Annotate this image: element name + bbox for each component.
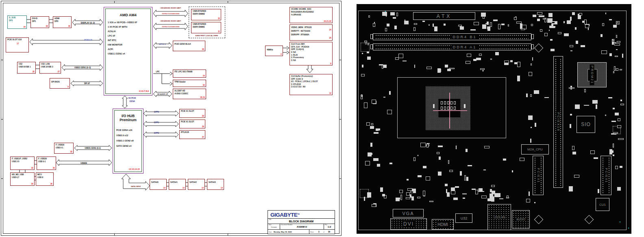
pcb-component <box>402 61 407 61</box>
pcb-component <box>481 13 486 17</box>
pcb-component <box>490 189 492 192</box>
rev-cell: Rev 1.0 <box>324 224 335 229</box>
pcb-component <box>405 20 405 24</box>
pcb-component <box>609 19 612 20</box>
pcb-component <box>558 32 561 34</box>
pcb-component <box>479 54 482 56</box>
pcb-component <box>467 54 471 57</box>
pcb-component <box>453 198 458 200</box>
pcb-component <box>570 124 571 128</box>
pcb-layout-view: ATX DDR4 B1 DDR4 A1 PROM21 SIO M2A_CPU P… <box>357 4 631 234</box>
pcb-component <box>364 41 367 42</box>
pcb-component <box>605 13 606 14</box>
zone-tick <box>1 60 3 60</box>
pcb-component <box>531 24 533 26</box>
pcb-component <box>585 24 589 28</box>
pcb-component <box>616 68 618 71</box>
block-f-usb30-top: F_USB30 USB 0-1 35 <box>54 143 74 154</box>
pcb-component <box>600 34 603 37</box>
block-pcie-slot-x16: PCIE SLOT X16 17 <box>6 37 29 52</box>
pcb-component <box>438 172 442 176</box>
capacitor <box>441 107 443 110</box>
pcb-component <box>572 146 574 150</box>
block-rtl8118: RTL8118 27 <box>179 130 205 139</box>
block-d-sub: D_SUB DP2 34 <box>7 15 27 29</box>
pcb-component <box>464 175 466 180</box>
block-sata0: SATA#0 14 <box>150 179 167 190</box>
block-hdmi: HDMI DP0 33 <box>53 16 72 28</box>
ddr4-first-logical-dimm-note: DDR4 FIRST LOGICAL DIMM <box>189 35 224 37</box>
pcb-component <box>487 27 490 31</box>
pcb-component <box>553 26 555 28</box>
block-sata1: SATA#1 14 <box>169 179 186 190</box>
pcb-component <box>534 202 535 203</box>
pcb-component <box>362 53 363 54</box>
pcb-component <box>510 60 513 62</box>
pcb-component <box>414 23 417 25</box>
pcb-component <box>613 144 614 148</box>
pcb-component <box>448 160 449 164</box>
pcb-component <box>495 52 499 55</box>
pcb-component <box>617 125 621 128</box>
pcb-component <box>613 71 614 73</box>
pcb-component <box>521 28 525 30</box>
pcb-component <box>370 153 372 155</box>
zone-tick <box>114 1 115 3</box>
pcb-component <box>368 15 370 17</box>
pcb-component <box>532 57 533 61</box>
pcb-component <box>484 146 490 148</box>
pcb-component <box>382 12 387 16</box>
block-f-usb1-f-usb2: F_USB1/F_USB2 USB 2-5 35 <box>10 157 35 170</box>
block-vcore: VCORE /VCORE_SOC RAA229004+RAA220002 4+3… <box>289 7 333 23</box>
hdmi-connector: HDMI <box>432 219 454 230</box>
block-vddio: VDDIO_MEM : RT8120 DDRVTT : NCT31030 DDR… <box>289 24 333 41</box>
pcb-component <box>444 24 446 26</box>
pcb-component <box>456 146 457 149</box>
pcb-component <box>463 198 465 199</box>
m2a-cpu-connector: M2A_CPU <box>521 144 549 154</box>
pcb-component <box>426 67 432 69</box>
super-io-chip: SIO <box>577 116 595 133</box>
pcb-component <box>382 65 383 69</box>
pcb-component <box>605 115 606 116</box>
pcb-component <box>361 74 365 76</box>
pcb-component <box>564 21 565 23</box>
pcb-component <box>613 154 614 156</box>
size-cell: Size Custom <box>268 224 280 229</box>
pcb-component <box>396 198 400 199</box>
pcb-component <box>533 15 536 17</box>
capacitor <box>450 107 453 110</box>
pcb-component <box>617 187 621 191</box>
pcb-component <box>487 198 491 201</box>
pcb-component <box>572 12 575 15</box>
pcb-component <box>612 40 614 42</box>
pcb-component <box>616 35 617 38</box>
pcb-component <box>614 43 620 46</box>
block-sata3: SATA#3 14 <box>207 179 224 190</box>
pcb-component <box>622 54 623 58</box>
pcb-component <box>615 56 618 57</box>
pcb-component <box>455 186 459 188</box>
amd-am4-features: 1 X16 or X8 PCIE+ VIDEO I/F 1 X4 PCIE I/… <box>108 20 150 56</box>
block-pciex1-slot-2: PCIE X1 SLOT 29 <box>179 120 205 128</box>
block-ddr4-dimm1: UNBUFFERED DDR4 DIMM1 11 <box>191 22 221 33</box>
pcb-component <box>490 59 492 60</box>
pcb-component <box>438 146 443 147</box>
pcb-component <box>596 104 597 109</box>
amd-am4-inner: AMD AM4 1 X16 or X8 PCIE+ VIDEO I/F 1 X4… <box>105 9 151 94</box>
pcb-component <box>389 91 391 95</box>
pcb-component <box>575 27 577 30</box>
pcb-component <box>466 149 468 152</box>
pcb-component <box>499 198 503 199</box>
zone-tick <box>1 178 3 179</box>
capacitor <box>450 101 453 104</box>
title-block-date-row: Date: Monday, May 18, 2020 Sheet 3 of 30 <box>268 230 335 234</box>
pcb-component <box>374 132 379 134</box>
pcb-component <box>552 22 555 24</box>
pcb-component <box>480 68 485 70</box>
pcb-component <box>618 138 624 140</box>
block-48mhz: 48MHz 9 <box>265 46 283 56</box>
block-mcu: MCU USB 8 36 <box>36 172 54 186</box>
pcb-component <box>528 115 533 120</box>
pcb-component <box>517 62 520 67</box>
